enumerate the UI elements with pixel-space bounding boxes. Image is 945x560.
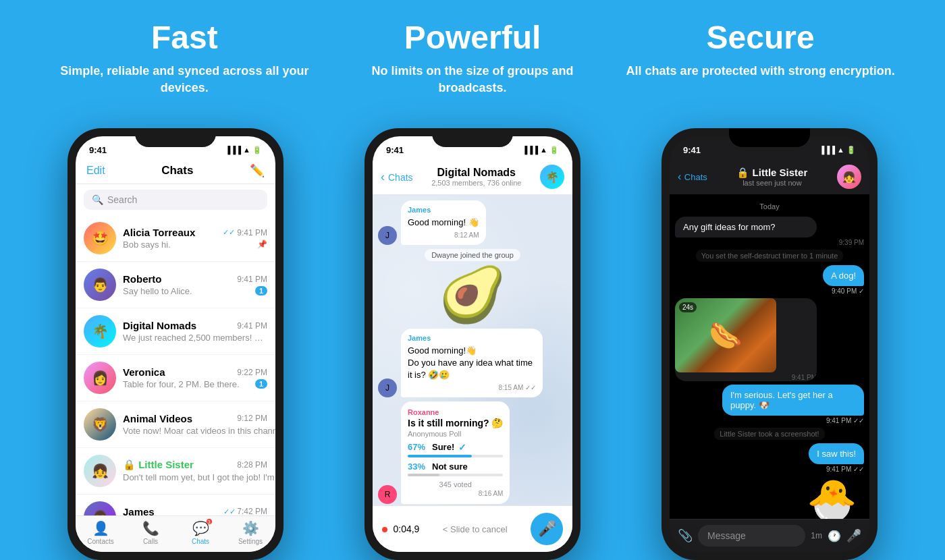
back-button[interactable]: ‹ Chats xyxy=(381,170,413,184)
poll-bar xyxy=(408,474,439,476)
mic-icon[interactable]: 🎤 xyxy=(846,528,861,543)
compose-icon[interactable]: ✏️ xyxy=(250,163,265,178)
message-received: J James Good morning!👋Do you have any id… xyxy=(378,329,567,397)
settings-icon: ⚙️ xyxy=(242,520,259,536)
tab-contacts[interactable]: 👤 Contacts xyxy=(76,520,126,545)
chat-time: 9:12 PM xyxy=(237,414,267,423)
message-time: 8:16 AM xyxy=(408,490,503,497)
status-icons-3: ▐▐▐ ▲ 🔋 xyxy=(819,146,856,155)
list-item[interactable]: 🤩 Alicia Torreaux ✓✓ 9:41 PM Bob says hi… xyxy=(76,215,275,262)
message-text: Good morning!👋Do you have any idea what … xyxy=(408,345,536,382)
feature-secure: Secure All chats are protected with stro… xyxy=(626,20,896,80)
secret-chat-sub: last seen just now xyxy=(713,179,832,187)
chat-time: 7:42 PM xyxy=(237,507,267,515)
chat-info: Veronica 9:22 PM Table for four, 2 PM. B… xyxy=(123,366,267,389)
chat-time: 9:41 PM xyxy=(237,321,267,331)
day-label: Today xyxy=(675,202,864,211)
message-time: 8:15 AM ✓✓ xyxy=(408,383,536,393)
message-text: Good morning! 👋 xyxy=(408,217,479,229)
poll-option: 33% Not sure xyxy=(408,461,503,476)
avatar: 👧 xyxy=(84,455,116,487)
edit-button[interactable]: Edit xyxy=(86,165,105,177)
dark-input-bar: 📎 Message 1m 🕐 🎤 xyxy=(670,519,869,552)
notch-3 xyxy=(729,128,810,147)
chat-info: James ✓✓ 7:42 PM Check these out xyxy=(123,506,267,516)
attach-icon[interactable]: 📎 xyxy=(678,528,693,543)
list-item[interactable]: 👨 Roberto 9:41 PM Say hello to Alice. 1 xyxy=(76,262,275,308)
message-placeholder: Message xyxy=(707,530,746,541)
powerful-title: Powerful xyxy=(338,20,608,56)
chat-name: Animal Videos xyxy=(123,413,192,424)
message-received: J James Good morning! 👋 8:12 AM xyxy=(378,200,567,245)
bubble: James Good morning!👋Do you have any idea… xyxy=(401,329,543,397)
fast-title: Fast xyxy=(49,20,319,56)
secure-title: Secure xyxy=(626,20,896,56)
status-icons-1: ▐▐▐ ▲ 🔋 xyxy=(225,146,262,155)
image-bubble: 24s 🌭 9:41 PM xyxy=(675,298,817,381)
phone-secret-chat: 9:41 ▐▐▐ ▲ 🔋 ‹ Chats 🔒 Little Sister las… xyxy=(662,128,878,560)
poll-voted: 345 voted xyxy=(408,480,503,488)
pin-icon: 📌 xyxy=(257,240,267,249)
list-item[interactable]: 👧 🔒 Little Sister 8:28 PM Don't tell mom… xyxy=(76,448,275,495)
chat-info: Digital Nomads 9:41 PM We just reached 2… xyxy=(123,320,267,343)
list-item[interactable]: 🦁 Animal Videos 9:12 PM Vote now! Moar c… xyxy=(76,401,275,448)
search-label: Search xyxy=(107,194,137,205)
phone-group-chat: 9:41 ▐▐▐ ▲ 🔋 ‹ Chats Digital Nomads 2,50… xyxy=(364,128,580,560)
poll-pct: 33% xyxy=(408,461,428,472)
message-input[interactable]: Message xyxy=(698,525,805,547)
message-received: Any gift ideas for mom? 9:39 PM xyxy=(675,217,864,246)
mic-button[interactable]: 🎤 xyxy=(531,513,563,545)
status-time-1: 9:41 xyxy=(89,145,107,155)
phones-section: 9:41 ▐▐▐ ▲ 🔋 Edit Chats ✏️ 🔍 Search 🤩 xyxy=(0,110,945,560)
emoji-sticker: 🐣 xyxy=(675,476,864,519)
poll-bar xyxy=(408,455,472,457)
avatar: 👨 xyxy=(84,501,116,515)
dark-back-button[interactable]: ‹ Chats xyxy=(678,171,707,183)
sender-name: James xyxy=(408,205,479,215)
tab-label: Contacts xyxy=(87,538,113,545)
chat-time: 9:22 PM xyxy=(237,368,267,377)
chat-preview: Table for four, 2 PM. Be there. xyxy=(123,379,240,389)
message-sent: I'm serious. Let's get her a puppy. 🐶 9:… xyxy=(675,385,864,424)
sender-name: James xyxy=(408,333,536,343)
emoji-clock-icon: 🕐 xyxy=(828,530,841,542)
tab-settings[interactable]: ⚙️ Settings xyxy=(225,520,275,545)
tab-chats[interactable]: 💬 3 Chats xyxy=(176,520,225,545)
avatar: 👨 xyxy=(84,269,116,301)
msg-time: 9:40 PM ✓ xyxy=(675,287,864,295)
tab-calls[interactable]: 📞 Calls xyxy=(126,520,176,545)
chat-info: Alicia Torreaux ✓✓ 9:41 PM Bob says hi. … xyxy=(123,227,267,250)
chat-name: Roberto xyxy=(123,273,162,285)
voice-record-bar: 0:04,9 < Slide to cancel 🎤 xyxy=(373,505,572,552)
feature-powerful: Powerful No limits on the size of groups… xyxy=(338,20,608,96)
sticker: 🥑 xyxy=(378,265,567,325)
bottom-tabs: 👤 Contacts 📞 Calls 💬 3 Chats ⚙️ Setti xyxy=(76,515,275,552)
chat-list: 🤩 Alicia Torreaux ✓✓ 9:41 PM Bob says hi… xyxy=(76,215,275,515)
screenshot-notice: Little Sister took a screenshot! xyxy=(714,428,824,440)
msg-time: 9:39 PM xyxy=(675,239,864,246)
phone-inner-3: 9:41 ▐▐▐ ▲ 🔋 ‹ Chats 🔒 Little Sister las… xyxy=(670,136,869,552)
poll-pct: 67% xyxy=(408,442,428,452)
msg-avatar: R xyxy=(378,485,397,504)
chat-info: Roberto 9:41 PM Say hello to Alice. 1 xyxy=(123,273,267,296)
record-indicator: 0:04,9 xyxy=(382,523,419,535)
chat-time: 9:41 PM xyxy=(237,275,267,284)
msg-time: 9:41 PM ✓✓ xyxy=(675,417,864,424)
secure-desc: All chats are protected with strong encr… xyxy=(626,63,896,80)
read-tick: ✓✓ xyxy=(223,228,235,237)
list-item[interactable]: 👩 Veronica 9:22 PM Table for four, 2 PM.… xyxy=(76,355,275,401)
dark-bubble: Any gift ideas for mom? xyxy=(675,217,817,237)
search-bar[interactable]: 🔍 Search xyxy=(84,190,267,210)
chat-info: 🔒 Little Sister 8:28 PM Don't tell mom y… xyxy=(123,459,267,483)
status-time-3: 9:41 xyxy=(683,145,701,155)
tab-label: Chats xyxy=(192,538,209,545)
chats-nav: Edit Chats ✏️ xyxy=(76,161,275,184)
unread-badge: 1 xyxy=(255,286,267,296)
system-message: You set the self-destruct timer to 1 min… xyxy=(696,250,844,262)
powerful-desc: No limits on the size of groups and broa… xyxy=(338,63,608,96)
contacts-icon: 👤 xyxy=(92,520,109,536)
list-item[interactable]: 👨 James ✓✓ 7:42 PM Check these out xyxy=(76,495,275,515)
list-item[interactable]: 🌴 Digital Nomads 9:41 PM We just reached… xyxy=(76,308,275,355)
group-sub: 2,503 members, 736 online xyxy=(418,179,535,187)
poll-check-icon: ✓ xyxy=(458,442,466,453)
